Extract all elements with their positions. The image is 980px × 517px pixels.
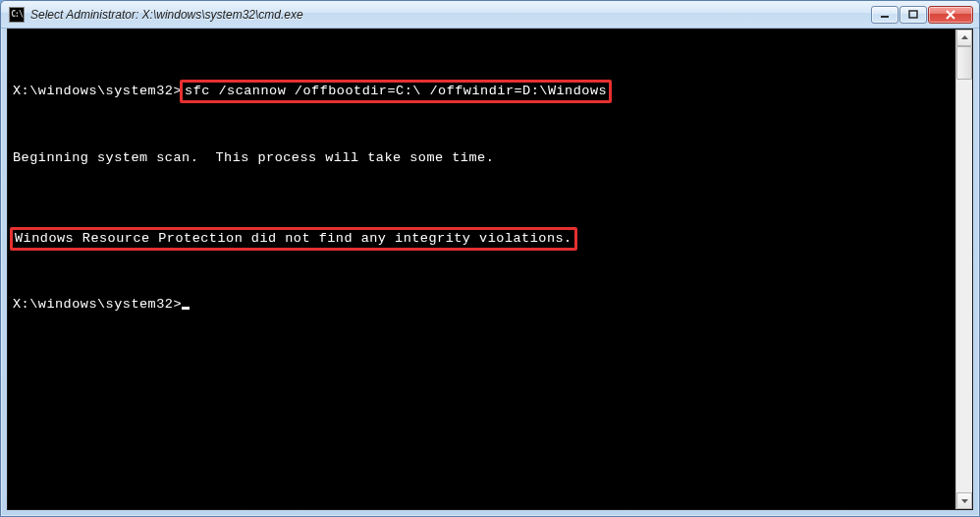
chevron-up-icon bbox=[960, 33, 969, 42]
terminal-line-result: Windows Resource Protection did not find… bbox=[10, 230, 953, 248]
vertical-scrollbar[interactable] bbox=[955, 29, 972, 509]
svg-rect-0 bbox=[881, 16, 889, 18]
maximize-icon bbox=[908, 10, 918, 20]
terminal-cursor bbox=[182, 307, 190, 310]
scroll-up-button[interactable] bbox=[956, 29, 972, 46]
window-controls bbox=[871, 6, 973, 24]
close-button[interactable] bbox=[928, 6, 973, 24]
minimize-button[interactable] bbox=[871, 6, 898, 24]
svg-rect-1 bbox=[909, 11, 917, 18]
terminal-line-prompt-1: X:\windows\system32>sfc /scannow /offboo… bbox=[10, 83, 953, 100]
titlebar[interactable]: C:\ Select Administrator: X:\windows\sys… bbox=[1, 1, 979, 29]
scroll-thumb[interactable] bbox=[956, 46, 972, 80]
terminal-line bbox=[10, 118, 953, 132]
result-text: Windows Resource Protection did not find… bbox=[15, 231, 572, 246]
maximize-button[interactable] bbox=[899, 6, 927, 24]
command-text: sfc /scannow /offbootdir=C:\ /offwindir=… bbox=[185, 84, 607, 98]
highlight-command: sfc /scannow /offbootdir=C:\ /offwindir=… bbox=[180, 80, 612, 103]
client-area: X:\windows\system32>sfc /scannow /offboo… bbox=[7, 29, 973, 510]
chevron-down-icon bbox=[960, 496, 969, 505]
terminal-line bbox=[10, 265, 953, 279]
minimize-icon bbox=[880, 10, 890, 20]
close-icon bbox=[945, 10, 956, 20]
terminal[interactable]: X:\windows\system32>sfc /scannow /offboo… bbox=[8, 29, 955, 509]
scroll-track[interactable] bbox=[956, 46, 972, 492]
prompt-path: X:\windows\system32> bbox=[13, 297, 182, 312]
terminal-line bbox=[10, 185, 953, 212]
scroll-down-button[interactable] bbox=[956, 492, 972, 509]
window-title: Select Administrator: X:\windows\system3… bbox=[30, 8, 871, 22]
terminal-line-scanning: Beginning system scan. This process will… bbox=[10, 149, 953, 167]
prompt-path: X:\windows\system32> bbox=[13, 84, 182, 98]
cmd-icon: C:\ bbox=[9, 7, 25, 23]
terminal-line-prompt-2: X:\windows\system32> bbox=[10, 296, 953, 314]
window-frame: C:\ Select Administrator: X:\windows\sys… bbox=[0, 0, 980, 517]
highlight-result: Windows Resource Protection did not find… bbox=[10, 227, 577, 251]
terminal-line bbox=[10, 51, 953, 65]
